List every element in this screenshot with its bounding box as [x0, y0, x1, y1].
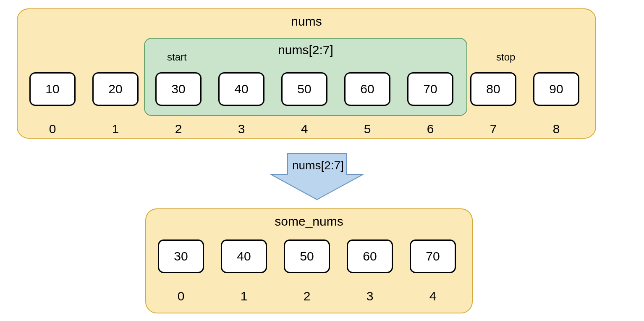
bottom-index: 2 [284, 289, 330, 303]
top-cell: 30 [155, 72, 202, 106]
top-index: 3 [218, 122, 264, 136]
stop-label: stop [496, 51, 515, 63]
bottom-index: 4 [410, 289, 456, 303]
top-index: 5 [344, 122, 390, 136]
top-index: 6 [407, 122, 453, 136]
bottom-index: 1 [221, 289, 267, 303]
top-cell: 50 [281, 72, 327, 106]
top-cell: 10 [29, 72, 76, 106]
bottom-list-title: some_nums [146, 214, 472, 229]
top-cell: 70 [407, 72, 453, 106]
bottom-index: 0 [158, 289, 204, 303]
top-index: 8 [533, 122, 579, 136]
top-cell: 90 [533, 72, 579, 106]
diagram-canvas: nums nums[2:7] start stop 10 20 30 40 50… [0, 0, 644, 321]
bottom-cell: 30 [158, 239, 204, 273]
top-index: 1 [92, 122, 139, 136]
top-cell: 80 [470, 72, 516, 106]
arrow-label: nums[2:7] [292, 159, 344, 172]
top-cell: 20 [92, 72, 139, 106]
top-index: 2 [155, 122, 202, 136]
top-list-title: nums [18, 14, 595, 29]
bottom-cell: 70 [410, 239, 456, 273]
bottom-cell: 60 [347, 239, 393, 273]
top-cell: 40 [218, 72, 264, 106]
slice-arrow: nums[2:7] [269, 151, 365, 202]
bottom-cell: 40 [221, 239, 267, 273]
bottom-cell: 50 [284, 239, 330, 273]
top-cell: 60 [344, 72, 390, 106]
bottom-index: 3 [347, 289, 393, 303]
top-index: 7 [470, 122, 516, 136]
top-index: 0 [29, 122, 76, 136]
slice-title: nums[2:7] [145, 43, 466, 57]
top-index: 4 [281, 122, 327, 136]
start-label: start [167, 51, 187, 63]
